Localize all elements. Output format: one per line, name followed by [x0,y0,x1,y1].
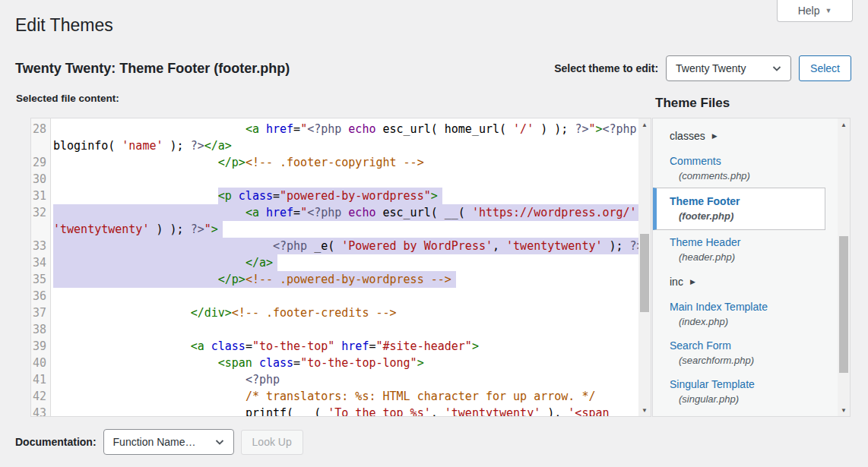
line-number: 40 [31,355,51,371]
code-line: 30 [31,171,638,188]
help-button[interactable]: Help ▼ [777,0,853,22]
file-heading: Twenty Twenty: Theme Footer (footer.php) [15,61,290,77]
line-number: 41 [31,371,51,388]
scroll-up-icon[interactable]: ▲ [838,118,850,131]
theme-file-item: Comments(comments.php) [653,149,838,188]
select-theme-label: Select theme to edit: [554,62,658,74]
code-line: 37 </div><!-- .footer-credits --> [31,304,638,321]
line-number: 33 [31,238,51,254]
scroll-down-icon[interactable]: ▼ [838,404,850,416]
line-number [31,221,51,238]
code-line: 41 <?php [31,371,638,388]
code-line: 38 [31,321,638,338]
line-number: 32 [31,204,51,221]
code-line: 39 <a class="to-the-top" href="#site-hea… [31,338,638,355]
file-name: (header.php) [653,248,838,263]
theme-toolbar: Twenty Twenty: Theme Footer (footer.php)… [15,55,851,82]
code-line: 36 [31,288,638,304]
documentation-select[interactable]: Function Name… [103,429,234,455]
scroll-up-icon[interactable]: ▲ [638,118,651,131]
folder-label: inc [670,276,683,288]
chevron-down-icon [214,436,226,448]
folder-label: classes [670,130,705,142]
theme-file-item: Singular Template(singular.php) [653,372,838,411]
code-line: 43 printf( __( 'To the top %s', 'twentyt… [31,405,638,416]
theme-files-panel: classes▶Comments(comments.php)Theme Foot… [652,118,851,417]
file-link[interactable]: Search Form [653,339,838,352]
theme-files-title: Theme Files [655,96,730,111]
chevron-down-icon [771,62,783,74]
line-number: 28 [31,121,51,137]
documentation-select-value: Function Name… [113,436,196,448]
file-link[interactable]: Theme Header [653,236,838,248]
lookup-button[interactable]: Look Up [241,430,303,455]
documentation-label: Documentation: [15,436,97,448]
theme-select-value: Twenty Twenty [676,62,746,74]
theme-folder-inc[interactable]: inc▶ [653,269,838,295]
line-number: 35 [31,271,51,288]
line-number: 38 [31,321,51,338]
folder-arrow-icon: ▶ [712,132,718,140]
code-editor[interactable]: 28 <a href="<?php echo esc_url( home_url… [30,118,651,417]
select-theme-button[interactable]: Select [799,55,851,81]
theme-file-item: Search Form(searchform.php) [653,333,838,372]
code-line: bloginfo( 'name' ); ?></a> [31,137,638,154]
file-link[interactable]: Main Index Template [653,301,838,313]
code-line: 'twentytwenty' ) ); ?>"> [31,221,638,238]
code-content[interactable]: 28 <a href="<?php echo esc_url( home_url… [31,118,638,416]
code-line: 35 </p><!-- .powered-by-wordpress --> [31,271,638,288]
line-number: 31 [31,188,51,204]
line-number: 36 [31,288,51,304]
theme-file-item: Main Index Template(index.php) [653,295,838,333]
line-number: 34 [31,254,51,271]
theme-file-item: Theme Footer(footer.php) [653,188,825,230]
file-name: (footer.php) [657,207,825,222]
theme-file-item: Theme Header(header.php) [653,230,838,269]
code-line: 31 <p class="powered-by-wordpress"> [31,188,638,204]
line-number: 43 [31,405,51,416]
file-link[interactable]: Theme Footer [657,195,825,207]
documentation-bar: Documentation: Function Name… Look Up [15,429,303,455]
folder-arrow-icon: ▶ [690,278,695,286]
line-number: 39 [31,338,51,355]
theme-folder-classes[interactable]: classes▶ [653,123,838,149]
code-line: 42 /* translators: %s: HTML character fo… [31,388,638,405]
files-scrollbar[interactable]: ▲ ▼ [838,118,850,416]
code-line: 40 <span class="to-the-top-long"> [31,355,638,371]
code-line: 28 <a href="<?php echo esc_url( home_url… [31,121,638,137]
line-number: 42 [31,388,51,405]
file-name: (singular.php) [653,390,838,405]
code-line: 32 <a href="<?php echo esc_url( __( 'htt… [31,204,638,221]
code-line: 34 </a> [31,254,638,271]
line-number [31,137,51,154]
line-number: 29 [31,154,51,171]
help-arrow-icon: ▼ [825,7,832,14]
scroll-down-icon[interactable]: ▼ [638,404,651,416]
theme-select[interactable]: Twenty Twenty [666,55,791,81]
file-name: (index.php) [653,313,838,327]
line-number: 30 [31,171,51,188]
file-name: (searchform.php) [653,352,838,366]
selected-file-label: Selected file content: [16,93,119,104]
theme-files-list: classes▶Comments(comments.php)Theme Foot… [653,118,838,416]
editor-scrollbar[interactable]: ▲ ▼ [638,118,651,416]
code-line: 33 <?php _e( 'Powered by WordPress', 'tw… [31,238,638,254]
help-label: Help [798,5,820,17]
page-title: Edit Themes [15,15,113,36]
editor-scrollbar-thumb[interactable] [640,234,649,312]
file-name: (comments.php) [653,167,838,181]
code-line: 29 </p><!-- .footer-copyright --> [31,154,638,171]
line-number: 37 [31,304,51,321]
file-link[interactable]: Comments [653,155,838,167]
files-scrollbar-thumb[interactable] [839,236,848,373]
file-link[interactable]: Singular Template [653,378,838,390]
